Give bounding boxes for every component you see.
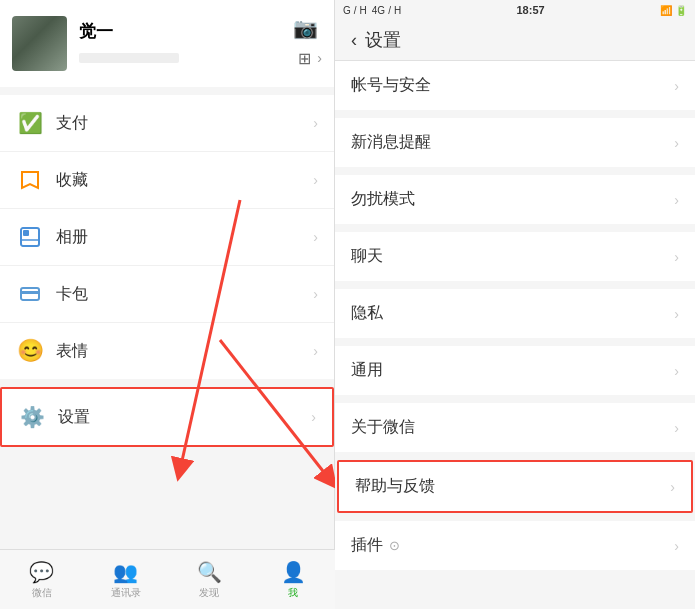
menu-item-settings[interactable]: ⚙️ 设置 › xyxy=(2,389,332,445)
settings-group-general: 通用 › xyxy=(335,346,695,395)
settings-group-plugins: 插件 ⊙ › xyxy=(335,521,695,570)
camera-icon[interactable]: 📷 xyxy=(293,16,318,40)
settings-group-chat: 聊天 › xyxy=(335,232,695,281)
profile-chevron: › xyxy=(317,50,322,66)
label-general: 通用 xyxy=(351,360,674,381)
label-notifications: 新消息提醒 xyxy=(351,132,674,153)
chevron-about: › xyxy=(674,420,679,436)
nav-label-me: 我 xyxy=(288,586,298,600)
settings-row-help[interactable]: 帮助与反馈 › xyxy=(339,462,691,511)
status-carrier: G/H 4G/H xyxy=(343,5,401,16)
nav-item-wechat[interactable]: 💬 微信 xyxy=(0,560,84,600)
menu-item-cards[interactable]: 卡包 › xyxy=(0,266,334,323)
profile-id-row: ⊞ › xyxy=(79,49,322,68)
chevron-plugins: › xyxy=(674,538,679,554)
menu-label-cards: 卡包 xyxy=(56,284,313,305)
settings-group-about: 关于微信 › xyxy=(335,403,695,452)
settings-row-chat[interactable]: 聊天 › xyxy=(335,232,695,281)
menu-item-favorites[interactable]: 收藏 › xyxy=(0,152,334,209)
me-nav-icon: 👤 xyxy=(281,560,306,584)
bottom-nav: 💬 微信 👥 通讯录 🔍 发现 👤 我 xyxy=(0,549,335,609)
status-battery: 📶 🔋 xyxy=(660,5,687,16)
cards-icon xyxy=(16,280,44,308)
settings-group-dnd: 勿扰模式 › xyxy=(335,175,695,224)
chevron-notifications: › xyxy=(674,135,679,151)
chevron-account: › xyxy=(674,78,679,94)
label-dnd: 勿扰模式 xyxy=(351,189,674,210)
settings-row-privacy[interactable]: 隐私 › xyxy=(335,289,695,338)
settings-group-help-highlighted: 帮助与反馈 › xyxy=(337,460,693,513)
favorites-icon xyxy=(16,166,44,194)
label-privacy: 隐私 xyxy=(351,303,674,324)
menu-label-favorites: 收藏 xyxy=(56,170,313,191)
chevron-chat: › xyxy=(674,249,679,265)
menu-label-settings: 设置 xyxy=(58,407,311,428)
settings-group-account: 帐号与安全 › xyxy=(335,61,695,110)
plugin-badge-icon: ⊙ xyxy=(389,538,400,553)
settings-row-plugins[interactable]: 插件 ⊙ › xyxy=(335,521,695,570)
menu-group-main: ✅ 支付 › 收藏 › 相册 › xyxy=(0,95,334,379)
settings-list: 帐号与安全 › 新消息提醒 › 勿扰模式 › 聊天 › xyxy=(335,61,695,609)
settings-row-general[interactable]: 通用 › xyxy=(335,346,695,395)
pay-icon: ✅ xyxy=(16,109,44,137)
settings-row-account[interactable]: 帐号与安全 › xyxy=(335,61,695,110)
label-about: 关于微信 xyxy=(351,417,674,438)
menu-label-album: 相册 xyxy=(56,227,313,248)
menu-item-emoji[interactable]: 😊 表情 › xyxy=(0,323,334,379)
album-icon xyxy=(16,223,44,251)
avatar xyxy=(12,16,67,71)
status-bar: G/H 4G/H 18:57 📶 🔋 xyxy=(335,0,695,20)
settings-icon: ⚙️ xyxy=(18,403,46,431)
settings-title: 设置 xyxy=(365,28,401,52)
svg-rect-1 xyxy=(23,230,29,236)
settings-row-notifications[interactable]: 新消息提醒 › xyxy=(335,118,695,167)
settings-highlighted-box: ⚙️ 设置 › xyxy=(0,387,334,447)
menu-label-emoji: 表情 xyxy=(56,341,313,362)
svg-rect-4 xyxy=(21,291,39,294)
emoji-icon: 😊 xyxy=(16,337,44,365)
nav-item-contacts[interactable]: 👥 通讯录 xyxy=(84,560,168,600)
nav-label-discover: 发现 xyxy=(199,586,219,600)
cards-chevron: › xyxy=(313,286,318,302)
wechat-nav-icon: 💬 xyxy=(29,560,54,584)
menu-item-album[interactable]: 相册 › xyxy=(0,209,334,266)
settings-row-about[interactable]: 关于微信 › xyxy=(335,403,695,452)
discover-nav-icon: 🔍 xyxy=(197,560,222,584)
label-help: 帮助与反馈 xyxy=(355,476,670,497)
settings-group-privacy: 隐私 › xyxy=(335,289,695,338)
favorites-chevron: › xyxy=(313,172,318,188)
settings-row-dnd[interactable]: 勿扰模式 › xyxy=(335,175,695,224)
label-plugins: 插件 ⊙ xyxy=(351,535,674,556)
qr-icon: ⊞ xyxy=(298,49,311,68)
status-time: 18:57 xyxy=(517,4,545,16)
menu-item-pay[interactable]: ✅ 支付 › xyxy=(0,95,334,152)
settings-chevron: › xyxy=(311,409,316,425)
nav-label-wechat: 微信 xyxy=(32,586,52,600)
chevron-general: › xyxy=(674,363,679,379)
profile-name: 觉一 xyxy=(79,20,322,43)
chevron-dnd: › xyxy=(674,192,679,208)
album-chevron: › xyxy=(313,229,318,245)
pay-chevron: › xyxy=(313,115,318,131)
label-account: 帐号与安全 xyxy=(351,75,674,96)
nav-item-discover[interactable]: 🔍 发现 xyxy=(168,560,252,600)
chevron-help: › xyxy=(670,479,675,495)
profile-section[interactable]: 觉一 ⊞ › xyxy=(0,0,334,87)
profile-id-right: ⊞ › xyxy=(298,49,322,68)
label-chat: 聊天 xyxy=(351,246,674,267)
profile-info: 觉一 ⊞ › xyxy=(79,20,322,68)
profile-id xyxy=(79,53,179,63)
nav-item-me[interactable]: 👤 我 xyxy=(251,560,335,600)
nav-label-contacts: 通讯录 xyxy=(111,586,141,600)
settings-group-notifications: 新消息提醒 › xyxy=(335,118,695,167)
chevron-privacy: › xyxy=(674,306,679,322)
contacts-nav-icon: 👥 xyxy=(113,560,138,584)
right-panel: G/H 4G/H 18:57 📶 🔋 ‹ 设置 帐号与安全 › 新消息提醒 › xyxy=(335,0,695,609)
emoji-chevron: › xyxy=(313,343,318,359)
right-header: ‹ 设置 xyxy=(335,20,695,61)
back-button[interactable]: ‹ xyxy=(351,30,357,51)
menu-label-pay: 支付 xyxy=(56,113,313,134)
left-panel: 📷 觉一 ⊞ › ✅ 支付 › xyxy=(0,0,335,609)
